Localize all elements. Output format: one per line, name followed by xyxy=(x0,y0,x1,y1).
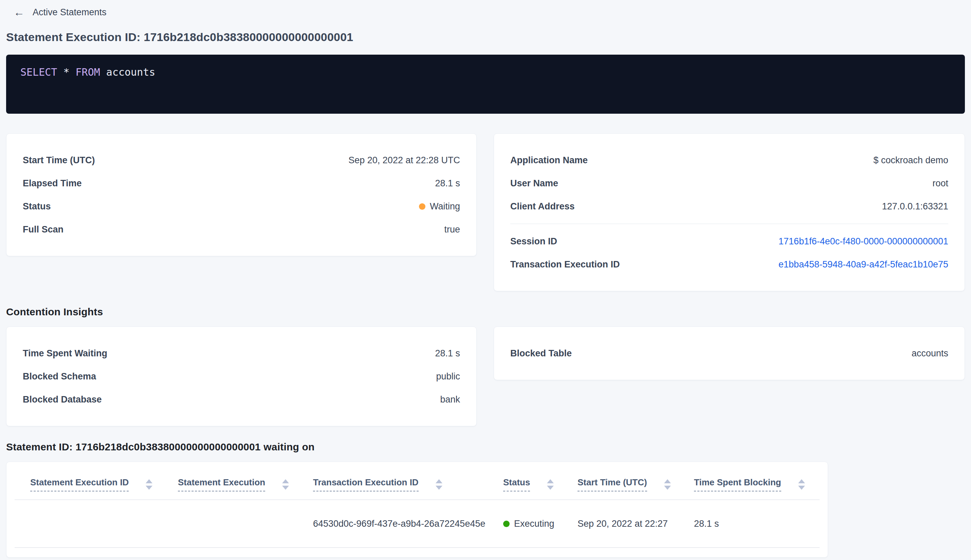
status-text: Waiting xyxy=(430,201,460,212)
blocked-table-label: Blocked Table xyxy=(510,348,572,359)
cell-start-time: Sep 20, 2022 at 22:27 xyxy=(577,518,694,529)
application-name-row: Application Name $ cockroach demo xyxy=(510,149,948,172)
blocked-database-row: Blocked Database bank xyxy=(23,388,460,411)
breadcrumb: ← Active Statements xyxy=(6,5,965,19)
column-header-label: Start Time (UTC) xyxy=(577,477,647,492)
column-header-label: Status xyxy=(503,477,530,492)
sql-statement: SELECT * FROM accounts xyxy=(20,66,951,78)
column-header-label: Transaction Execution ID xyxy=(313,477,419,492)
sql-statement-box: SELECT * FROM accounts xyxy=(6,55,965,114)
elapsed-time-value: 28.1 s xyxy=(435,178,460,189)
blocked-table-value: accounts xyxy=(912,348,948,359)
client-address-label: Client Address xyxy=(510,201,575,212)
sort-arrows-icon[interactable] xyxy=(146,479,152,490)
back-arrow-icon[interactable]: ← xyxy=(13,7,25,18)
blocked-database-label: Blocked Database xyxy=(23,394,102,405)
time-spent-waiting-row: Time Spent Waiting 28.1 s xyxy=(23,342,460,365)
full-scan-label: Full Scan xyxy=(23,224,63,235)
user-name-row: User Name root xyxy=(510,172,948,195)
table-row: 64530d0c-969f-437e-a9b4-26a72245e45e Exe… xyxy=(15,500,819,548)
status-row: Status Waiting xyxy=(23,195,460,218)
page-title: Statement Execution ID: 1716b218dc0b3838… xyxy=(6,30,965,44)
column-header-time-spent-blocking[interactable]: Time Spent Blocking xyxy=(694,477,819,492)
transaction-execution-id-link[interactable]: e1bba458-5948-40a9-a42f-5feac1b10e75 xyxy=(779,259,948,270)
transaction-execution-id-label: Transaction Execution ID xyxy=(510,259,620,270)
session-id-row: Session ID 1716b1f6-4e0c-f480-0000-00000… xyxy=(510,230,948,253)
blocked-database-value: bank xyxy=(440,394,460,405)
contention-waiting-card: Time Spent Waiting 28.1 s Blocked Schema… xyxy=(6,327,477,426)
start-time-label: Start Time (UTC) xyxy=(23,155,95,166)
contention-cards-row: Time Spent Waiting 28.1 s Blocked Schema… xyxy=(6,327,965,426)
client-address-value: 127.0.0.1:63321 xyxy=(882,201,948,212)
column-header-statement-execution-id[interactable]: Statement Execution ID xyxy=(30,477,178,492)
column-header-status[interactable]: Status xyxy=(503,477,577,492)
column-header-statement-execution[interactable]: Statement Execution xyxy=(178,477,313,492)
sort-arrows-icon[interactable] xyxy=(798,479,805,490)
client-address-row: Client Address 127.0.0.1:63321 xyxy=(510,195,948,218)
cell-time-spent-blocking: 28.1 s xyxy=(694,518,819,529)
blocked-schema-row: Blocked Schema public xyxy=(23,365,460,388)
overview-card: Start Time (UTC) Sep 20, 2022 at 22:28 U… xyxy=(6,133,477,256)
column-header-label: Time Spent Blocking xyxy=(694,477,781,492)
blocked-schema-label: Blocked Schema xyxy=(23,371,96,382)
sql-table-name: accounts xyxy=(100,66,155,78)
column-header-label: Statement Execution xyxy=(178,477,265,492)
contention-insights-heading: Contention Insights xyxy=(6,306,965,318)
sort-arrows-icon[interactable] xyxy=(547,479,554,490)
application-name-value: $ cockroach demo xyxy=(873,155,948,166)
sql-text: * xyxy=(57,66,75,78)
full-scan-row: Full Scan true xyxy=(23,218,460,241)
summary-cards-row: Start Time (UTC) Sep 20, 2022 at 22:28 U… xyxy=(6,133,965,291)
user-name-label: User Name xyxy=(510,178,558,189)
sort-arrows-icon[interactable] xyxy=(664,479,671,490)
time-spent-waiting-label: Time Spent Waiting xyxy=(23,348,107,359)
blocked-table-card: Blocked Table accounts xyxy=(494,327,965,380)
start-time-row: Start Time (UTC) Sep 20, 2022 at 22:28 U… xyxy=(23,149,460,172)
status-value: Waiting xyxy=(419,201,460,212)
elapsed-time-label: Elapsed Time xyxy=(23,178,82,189)
waiting-on-table-header: Statement Execution ID Statement Executi… xyxy=(15,462,819,500)
session-id-link[interactable]: 1716b1f6-4e0c-f480-0000-000000000001 xyxy=(779,236,948,247)
elapsed-time-row: Elapsed Time 28.1 s xyxy=(23,172,460,195)
transaction-execution-id-row: Transaction Execution ID e1bba458-5948-4… xyxy=(510,253,948,276)
cell-transaction-execution-id: 64530d0c-969f-437e-a9b4-26a72245e45e xyxy=(313,518,503,529)
sort-arrows-icon[interactable] xyxy=(435,479,442,490)
start-time-value: Sep 20, 2022 at 22:28 UTC xyxy=(348,155,460,166)
user-name-value: root xyxy=(932,178,948,189)
sql-keyword-from: FROM xyxy=(76,66,100,78)
application-name-label: Application Name xyxy=(510,155,588,166)
cell-status: Executing xyxy=(503,518,577,529)
waiting-on-heading: Statement ID: 1716b218dc0b38380000000000… xyxy=(6,441,965,453)
waiting-status-dot-icon xyxy=(419,203,425,210)
column-header-label: Statement Execution ID xyxy=(30,477,128,492)
session-id-label: Session ID xyxy=(510,236,557,247)
waiting-on-table: Statement Execution ID Statement Executi… xyxy=(6,462,828,558)
sort-arrows-icon[interactable] xyxy=(282,479,289,490)
blocked-schema-value: public xyxy=(436,371,460,382)
status-label: Status xyxy=(23,201,51,212)
column-header-transaction-execution-id[interactable]: Transaction Execution ID xyxy=(313,477,503,492)
sql-keyword-select: SELECT xyxy=(20,66,57,78)
table-bottom-spacer xyxy=(15,548,819,557)
blocked-table-row: Blocked Table accounts xyxy=(510,342,948,365)
executing-status-dot-icon xyxy=(503,521,510,527)
full-scan-value: true xyxy=(444,224,460,235)
session-card: Application Name $ cockroach demo User N… xyxy=(494,133,965,291)
time-spent-waiting-value: 28.1 s xyxy=(435,348,460,359)
back-link-active-statements[interactable]: Active Statements xyxy=(33,7,107,18)
statement-execution-details-page: ← Active Statements Statement Execution … xyxy=(0,0,971,558)
cell-status-text: Executing xyxy=(514,518,554,529)
column-header-start-time[interactable]: Start Time (UTC) xyxy=(577,477,694,492)
